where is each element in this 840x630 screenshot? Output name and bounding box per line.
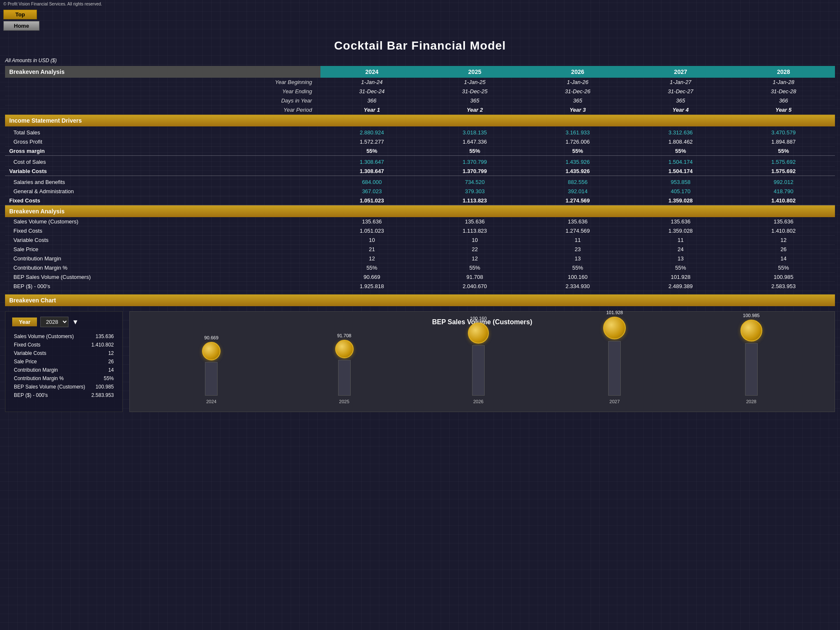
chart-left-contribution-margin-pct: Contribution Margin % 55% xyxy=(12,374,116,383)
bep-sale-price-row: Sale Price 21 22 23 24 26 xyxy=(5,245,835,254)
variable-costs-row: Variable Costs 1.308.647 1.370.799 1.435… xyxy=(5,167,835,176)
days-in-year-row: Days in Year 366 365 365 365 366 xyxy=(5,96,835,105)
bep-bar-col-2025 xyxy=(338,360,351,396)
chart-left-panel: Year 2024 2025 2026 2027 2028 ▼ Sales Vo… xyxy=(5,311,123,412)
year-select[interactable]: 2024 2025 2026 2027 2028 xyxy=(40,317,68,327)
chart-right-panel: BEP Sales Volume (Customers) 90.669 2024… xyxy=(129,311,835,412)
bep-bar-2028: 100.985 2028 xyxy=(740,313,762,404)
chart-left-bep-sales: BEP ($) - 000's 2.583.953 xyxy=(12,391,116,399)
gross-profit-row: Gross Profit 1.572.277 1.647.336 1.726.0… xyxy=(5,137,835,147)
copyright-text: © Profit Vision Financial Services. All … xyxy=(0,0,840,8)
gen-admin-row: General & Administration 367.023 379.303… xyxy=(5,187,835,196)
year-beginning-row: Year Beginning 1-Jan-24 1-Jan-25 1-Jan-2… xyxy=(5,78,835,87)
bep-variable-costs-row: Variable Costs 10 10 11 11 12 xyxy=(5,236,835,245)
year-selector: Year 2024 2025 2026 2027 2028 ▼ xyxy=(12,317,116,327)
home-button[interactable]: Home xyxy=(3,21,39,31)
amounts-label: All Amounts in USD ($) xyxy=(0,56,840,66)
chart-section: Breakeven Chart Year 2024 2025 2026 2027… xyxy=(5,294,835,414)
top-navigation: Top Home xyxy=(0,8,840,32)
bep-bar-2025: 91.708 2025 xyxy=(335,333,354,404)
section-header-breakeven: Breakeven Analysis 2024 2025 2026 2027 2… xyxy=(5,66,835,78)
year-period-row: Year Period Year 1 Year 2 Year 3 Year 4 … xyxy=(5,105,835,115)
bep-bar-col-2027 xyxy=(608,341,621,396)
year-ending-row: Year Ending 31-Dec-24 31-Dec-25 31-Dec-2… xyxy=(5,87,835,96)
bep-contribution-margin-row: Contribution Margin 12 12 13 13 14 xyxy=(5,254,835,263)
bep-sales-dollars-row: BEP ($) - 000's 1.925.818 2.040.670 2.33… xyxy=(5,282,835,291)
chart-left-contribution-margin: Contribution Margin 14 xyxy=(12,366,116,374)
bep-fixed-costs-row: Fixed Costs 1.051.023 1.113.823 1.274.56… xyxy=(5,226,835,236)
gross-margin-row: Gross margin 55% 55% 55% 55% 55% xyxy=(5,147,835,156)
bep-circle-2027 xyxy=(603,317,626,339)
bep-bar-2026: 100.160 2026 xyxy=(468,316,489,404)
cost-of-sales-row: Cost of Sales 1.308.647 1.370.799 1.435.… xyxy=(5,158,835,167)
chart-left-table: Sales Volume (Customers) 135.636 Fixed C… xyxy=(12,332,116,399)
top-button[interactable]: Top xyxy=(3,10,37,19)
bep-circle-2024 xyxy=(202,342,220,360)
bep-bar-2024: 90.669 2024 xyxy=(202,335,220,404)
chart-left-sale-price: Sale Price 26 xyxy=(12,357,116,366)
chart-left-sales-volume: Sales Volume (Customers) 135.636 xyxy=(12,332,116,341)
bep-circle-2028 xyxy=(740,320,762,341)
chart-area: Year 2024 2025 2026 2027 2028 ▼ Sales Vo… xyxy=(5,310,835,414)
year-label: Year xyxy=(12,318,37,326)
bep-bar-col-2028 xyxy=(745,343,758,396)
bep-circle-2025 xyxy=(335,340,354,358)
section-header-bep: Breakeven Analysis xyxy=(5,205,835,218)
bep-contribution-margin-pct-row: Contribution Margin % 55% 55% 55% 55% 55… xyxy=(5,263,835,273)
bep-sales-volume-row: Sales Volume (Customers) 135.636 135.636… xyxy=(5,217,835,226)
total-sales-row: Total Sales 2.880.924 3.018.135 3.161.93… xyxy=(5,128,835,137)
bep-bar-col-2024 xyxy=(205,362,218,396)
salaries-row: Salaries and Benefits 684.000 734.520 88… xyxy=(5,178,835,187)
bep-chart: 90.669 2024 91.708 2025 100.160 2026 xyxy=(136,333,828,404)
chart-left-bep-volume: BEP Sales Volume (Customers) 100.985 xyxy=(12,383,116,391)
fixed-costs-row: Fixed Costs 1.051.023 1.113.823 1.274.56… xyxy=(5,196,835,205)
page-title: Cocktail Bar Financial Model xyxy=(0,32,840,56)
section-header-income: Income Statement Drivers xyxy=(5,115,835,127)
bep-bar-col-2026 xyxy=(472,345,485,396)
chart-left-fixed-costs: Fixed Costs 1.410.802 xyxy=(12,341,116,349)
bep-circle-2026 xyxy=(468,323,489,344)
chart-section-header: Breakeven Chart xyxy=(5,294,835,306)
bep-bar-2027: 101.928 2027 xyxy=(603,310,626,404)
main-table: Breakeven Analysis 2024 2025 2026 2027 2… xyxy=(5,66,835,291)
chart-left-variable-costs: Variable Costs 12 xyxy=(12,349,116,357)
bep-sales-volume-customers-row: BEP Sales Volume (Customers) 90.669 91.7… xyxy=(5,273,835,282)
dropdown-icon: ▼ xyxy=(72,318,79,326)
